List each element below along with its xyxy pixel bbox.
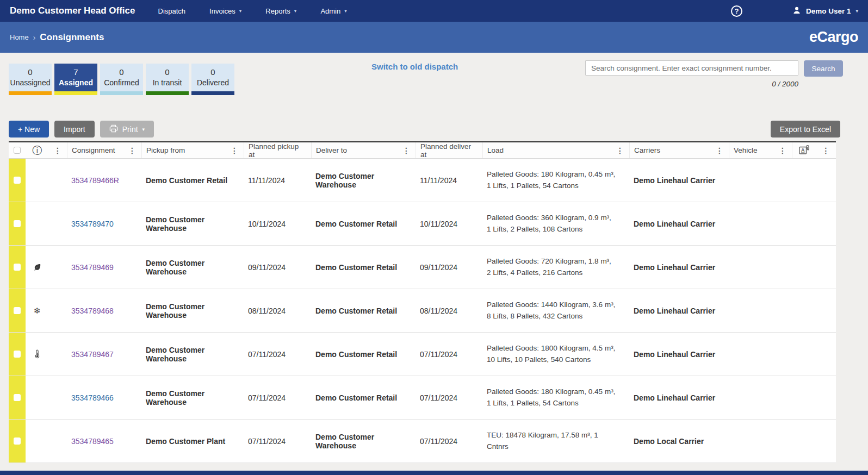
carriers-cell: Demo Linehaul Carrier (629, 307, 729, 315)
status-tab-confirmed[interactable]: 0 Confirmed (100, 64, 143, 95)
status-tab-count: 0 (101, 67, 142, 77)
consignment-link[interactable]: 3534789466R (71, 176, 119, 185)
load-cell: Palleted Goods: 720 Kilogram, 1.8 m³, 2 … (482, 256, 629, 278)
row-stripe (9, 159, 26, 202)
svg-text:A: A (801, 147, 804, 153)
chevron-down-icon: ▾ (294, 8, 297, 14)
new-button[interactable]: + New (9, 121, 49, 138)
help-icon[interactable]: ? (731, 5, 742, 17)
consignments-table: ⓘ ⋮ Consignment⋮ Pickup from⋮ Planned pi… (9, 141, 836, 463)
carriers-cell: Demo Local Carrier (629, 437, 729, 446)
table-header: ⓘ ⋮ Consignment⋮ Pickup from⋮ Planned pi… (9, 142, 836, 159)
switch-to-old-dispatch-link[interactable]: Switch to old dispatch (371, 62, 458, 71)
status-tab-count: 7 (55, 67, 96, 77)
chevron-down-icon: ▾ (142, 127, 145, 132)
status-tab-count: 0 (147, 67, 188, 77)
row-checkbox[interactable] (14, 307, 21, 314)
status-tab-unassigned[interactable]: 0 Unassigned (9, 64, 52, 95)
status-tab-delivered[interactable]: 0 Delivered (191, 64, 234, 95)
row-checkbox[interactable] (14, 220, 21, 227)
row-stripe (9, 420, 26, 462)
search-input[interactable] (585, 60, 798, 76)
consignment-link[interactable]: 3534789470 (71, 220, 114, 228)
ecargo-logo: eCargo (809, 29, 858, 46)
search-area: Search 0 / 2000 (585, 60, 843, 88)
deliver-to-cell: Demo Customer Retail (311, 307, 416, 315)
column-header-carriers: Carriers (634, 146, 660, 154)
consignment-link[interactable]: 3534789469 (71, 263, 114, 272)
nav-item-admin[interactable]: Admin▾ (308, 7, 358, 15)
column-menu-icon[interactable]: ⋮ (230, 147, 239, 154)
column-header-vehicle: Vehicle (734, 146, 758, 154)
import-button[interactable]: Import (54, 121, 95, 138)
status-tab-accent-bar (100, 91, 143, 95)
deliver-to-cell: Demo Customer Retail (311, 220, 416, 228)
column-menu-icon[interactable]: ⋮ (401, 147, 411, 154)
pickup-from-cell: Demo Customer Warehouse (141, 389, 244, 407)
carriers-cell: Demo Linehaul Carrier (629, 220, 729, 228)
page-title: Consignments (40, 32, 104, 43)
table-row: 3534789469 Demo Customer Warehouse 09/11… (9, 246, 836, 289)
controls-row: 0 Unassigned 7 Assigned 0 Confirmed 0 In… (0, 53, 868, 121)
toolbar: + New Import Print ▾ Export to Excel (9, 121, 840, 138)
nav-item-invoices[interactable]: Invoices▾ (197, 7, 253, 15)
chevron-down-icon: ▾ (344, 8, 347, 14)
deliver-to-cell: Demo Customer Retail (311, 350, 416, 359)
status-tab-accent-bar (9, 91, 52, 95)
column-menu-icon[interactable]: ⋮ (127, 147, 137, 154)
row-checkbox[interactable] (14, 438, 21, 445)
consignment-link[interactable]: 3534789465 (71, 437, 114, 446)
deliver-to-cell: Demo Customer Warehouse (311, 172, 416, 189)
planned-pickup-at-cell: 07/11/2024 (244, 393, 311, 402)
row-checkbox[interactable] (14, 351, 21, 358)
column-header-planned-pickup-at: Planned pickup at (249, 142, 307, 159)
carriers-cell: Demo Linehaul Carrier (629, 176, 729, 185)
select-all-checkbox[interactable] (14, 147, 21, 154)
status-tab-accent-bar (146, 91, 189, 95)
consignment-link[interactable]: 3534789466 (71, 393, 114, 402)
table-row: ❄ 3534789468 Demo Customer Warehouse 08/… (9, 289, 836, 333)
brand-title: Demo Customer Head Office (10, 5, 135, 16)
load-cell: Palleted Goods: 180 Kilogram, 0.45 m³, 1… (482, 386, 629, 409)
search-button[interactable]: Search (804, 60, 843, 77)
column-menu-icon[interactable]: ⋮ (778, 147, 788, 154)
planned-pickup-at-cell: 07/11/2024 (244, 437, 311, 446)
nav-item-dispatch[interactable]: Dispatch (146, 7, 198, 15)
row-stripe (9, 202, 26, 245)
deliver-to-cell: Demo Customer Warehouse (311, 433, 416, 450)
column-header-load: Load (487, 146, 504, 154)
nav-item-reports[interactable]: Reports▾ (253, 7, 308, 15)
footer-bar (0, 471, 868, 475)
status-tab-accent-bar (54, 91, 97, 95)
planned-pickup-at-cell: 07/11/2024 (244, 350, 311, 359)
column-menu-icon[interactable]: ⋮ (615, 147, 625, 154)
status-tab-assigned[interactable]: 7 Assigned (54, 64, 97, 95)
navbar-right: ? Demo User 1 ▾ (731, 5, 858, 17)
info-column-icon: ⓘ (32, 146, 42, 155)
planned-deliver-at-cell: 07/11/2024 (416, 350, 482, 359)
status-tab-label: Delivered (193, 78, 233, 87)
print-button[interactable]: Print ▾ (100, 121, 154, 138)
row-checkbox[interactable] (14, 264, 21, 271)
column-header-deliver-to: Deliver to (316, 146, 347, 154)
consignment-link[interactable]: 3534789468 (71, 307, 114, 315)
column-menu-icon[interactable]: ⋮ (715, 147, 724, 154)
status-tab-label: Unassigned (10, 78, 51, 87)
breadcrumb-home[interactable]: Home (10, 33, 29, 41)
column-header-pickup-from: Pickup from (146, 146, 185, 154)
planned-pickup-at-cell: 09/11/2024 (244, 263, 311, 272)
column-menu-icon[interactable]: ⋮ (821, 147, 831, 154)
pickup-from-cell: Demo Customer Warehouse (141, 259, 244, 276)
deliver-to-cell: Demo Customer Retail (311, 263, 416, 272)
column-menu-icon[interactable]: ⋮ (53, 147, 63, 154)
user-menu[interactable]: Demo User 1 ▾ (792, 6, 858, 16)
consignment-link[interactable]: 3534789467 (71, 350, 114, 359)
status-tab-count: 0 (193, 67, 233, 77)
status-tab-in-transit[interactable]: 0 In transit (146, 64, 189, 95)
row-checkbox[interactable] (14, 394, 21, 401)
main-nav: DispatchInvoices▾Reports▾Admin▾ (146, 7, 359, 15)
export-to-excel-button[interactable]: Export to Excel (771, 121, 840, 138)
breadcrumb-bar: Home › Consignments eCargo (0, 22, 868, 53)
row-checkbox[interactable] (14, 177, 21, 184)
row-stripe (9, 289, 26, 332)
